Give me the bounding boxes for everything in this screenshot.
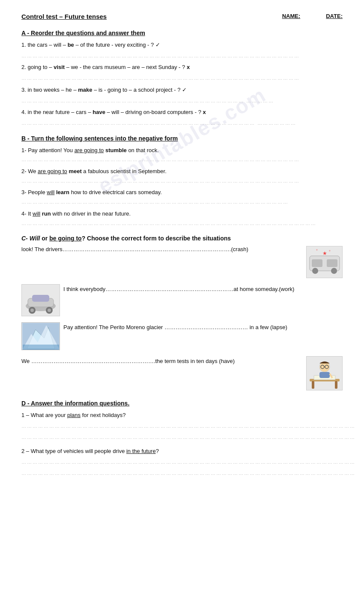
b4-text: It will run with no driver in the near f… bbox=[28, 210, 131, 217]
d1-text: What are your plans for next holidays? bbox=[31, 412, 126, 418]
svg-point-3 bbox=[312, 268, 318, 274]
glacier-icon bbox=[23, 323, 59, 350]
d1-answer-line2: …………………………………………………………………………………………………………… bbox=[21, 434, 343, 441]
b2-answer-line: …………………………………………………………………………………………………………… bbox=[21, 177, 343, 185]
b3-number: 3- bbox=[21, 189, 27, 195]
c4-text: We ………………………………………………………….the term tests… bbox=[21, 358, 235, 364]
svg-rect-24 bbox=[319, 372, 330, 378]
d2-number: 2 – bbox=[21, 448, 29, 454]
car-icon bbox=[23, 285, 59, 315]
svg-text:*: * bbox=[329, 249, 331, 254]
section-d-q2: 2 – What type of vehicles will people dr… bbox=[21, 447, 343, 456]
d2-answer-line1: …………………………………………………………………………………………………………… bbox=[21, 459, 343, 466]
b2-text: We are going to meet a fabulous scientis… bbox=[28, 168, 167, 174]
student-image bbox=[306, 356, 343, 390]
svg-rect-21 bbox=[335, 381, 337, 389]
section-c-item1: look! The drivers……………………………………………………………… bbox=[21, 246, 343, 278]
section-a-title: A - Reorder the questions and answer the… bbox=[21, 30, 343, 36]
section-b-q4: 4- It will run with no driver in the nea… bbox=[21, 210, 343, 219]
q1-text: the cars – will – be – of the future - v… bbox=[27, 42, 160, 48]
q4-answer-line: …………………………………………………………………………………………………………… bbox=[21, 120, 343, 127]
b1-number: 1- bbox=[21, 147, 27, 153]
c2-text: I think everybody……………………………………………………………… bbox=[63, 286, 294, 292]
section-d-title: D - Answer the information questions. bbox=[21, 400, 343, 407]
svg-rect-18 bbox=[23, 345, 59, 350]
svg-point-14 bbox=[48, 309, 51, 312]
glacier-image bbox=[21, 322, 60, 350]
svg-rect-1 bbox=[312, 259, 322, 267]
section-c-will: C- Will bbox=[21, 235, 40, 242]
q4-number: 4. bbox=[21, 109, 26, 115]
name-label: NAME: bbox=[282, 13, 301, 19]
section-d: D - Answer the information questions. 1 … bbox=[21, 400, 343, 477]
section-a-q4: 4. in the near future – cars – have – wi… bbox=[21, 108, 343, 117]
q2-answer-line: …………………………………………………………………………………………………………… bbox=[21, 75, 343, 82]
b1-text: Pay attention! You are going to stumble … bbox=[28, 147, 159, 153]
section-d-q1: 1 – What are your plans for next holiday… bbox=[21, 411, 343, 420]
svg-rect-10 bbox=[32, 295, 49, 302]
page-header: Control test – Future tenses NAME: DATE: bbox=[21, 13, 343, 20]
section-c-title: C- Will or be going to? Choose the corre… bbox=[21, 235, 343, 242]
section-b-q2: 2- We are going to meet a fabulous scien… bbox=[21, 167, 343, 176]
d1-number: 1 – bbox=[21, 412, 29, 418]
section-b-title: B - Turn the following sentences into th… bbox=[21, 135, 343, 142]
section-b-q1: 1- Pay attention! You are going to stumb… bbox=[21, 146, 343, 155]
d1-answer-line1: …………………………………………………………………………………………………………… bbox=[21, 423, 343, 430]
section-b-q3: 3- People will learn how to drive electr… bbox=[21, 188, 343, 197]
b3-answer-line: …………………………………………………………………………………………………………… bbox=[21, 198, 343, 206]
header-fields: NAME: DATE: bbox=[282, 13, 343, 19]
svg-rect-2 bbox=[327, 259, 337, 267]
c4-text-block: We ………………………………………………………….the term tests… bbox=[21, 356, 302, 366]
q2-number: 2. bbox=[21, 64, 26, 70]
section-a-q3: 3. in two weeks – he – make – is - going… bbox=[21, 86, 343, 95]
student-icon bbox=[307, 357, 342, 390]
q1-answer-line: …………………………………………………………………………………………………………… bbox=[21, 52, 343, 60]
svg-text:★: ★ bbox=[322, 250, 327, 256]
car-image bbox=[21, 284, 60, 316]
section-a-q1: 1. the cars – will – be – of the future … bbox=[21, 41, 343, 50]
b4-answer-line: …………………………………………………………………………………………………………… bbox=[21, 220, 343, 228]
date-label: DATE: bbox=[326, 13, 343, 19]
d2-text: What type of vehicles will people drive … bbox=[31, 448, 159, 454]
c3-text: Pay attention! The Perito Moreno glacier… bbox=[63, 324, 287, 330]
q3-number: 3. bbox=[21, 87, 26, 93]
svg-rect-20 bbox=[312, 381, 314, 389]
q4-text: in the near future – cars – have – will … bbox=[27, 109, 206, 115]
q3-answer-line: …………………………………………………………………………………………………………… bbox=[21, 97, 343, 105]
section-b: B - Turn the following sentences into th… bbox=[21, 135, 343, 228]
c2-text-block: I think everybody……………………………………………………………… bbox=[63, 284, 343, 294]
page-title: Control test – Future tenses bbox=[21, 13, 107, 20]
crash-image: ★ * * bbox=[306, 246, 343, 278]
section-c-or: or bbox=[40, 235, 49, 242]
d2-answer-line2: …………………………………………………………………………………………………………… bbox=[21, 470, 343, 477]
section-c-going: be going to bbox=[49, 235, 81, 242]
svg-text:*: * bbox=[316, 249, 318, 253]
svg-point-13 bbox=[30, 309, 34, 312]
q1-number: 1. bbox=[21, 42, 26, 48]
section-c: C- Will or be going to? Choose the corre… bbox=[21, 235, 343, 390]
crash-icon: ★ * * bbox=[307, 247, 342, 277]
section-c-rest: ? Choose the correct form to describe th… bbox=[82, 235, 231, 242]
c3-text-block: Pay attention! The Perito Moreno glacier… bbox=[63, 322, 343, 332]
b3-text: People will learn how to drive electrica… bbox=[28, 189, 162, 195]
section-a-q2: 2. going to – visit – we - the cars muse… bbox=[21, 63, 343, 72]
q2-text: going to – visit – we - the cars museum … bbox=[27, 64, 190, 70]
b1-answer-line: …………………………………………………………………………………………………………… bbox=[21, 156, 343, 164]
section-c-item4: We ………………………………………………………….the term tests… bbox=[21, 356, 343, 390]
section-a: A - Reorder the questions and answer the… bbox=[21, 30, 343, 127]
c1-text-block: look! The drivers……………………………………………………………… bbox=[21, 246, 302, 252]
section-c-item3: Pay attention! The Perito Moreno glacier… bbox=[21, 322, 343, 350]
b2-number: 2- bbox=[21, 168, 27, 174]
svg-point-4 bbox=[331, 268, 337, 274]
q3-text: in two weeks – he – make – is - going to… bbox=[27, 87, 187, 93]
c1-text: look! The drivers……………………………………………………………… bbox=[21, 246, 248, 252]
section-c-item2: I think everybody……………………………………………………………… bbox=[21, 284, 343, 316]
b4-number: 4- bbox=[21, 210, 27, 217]
